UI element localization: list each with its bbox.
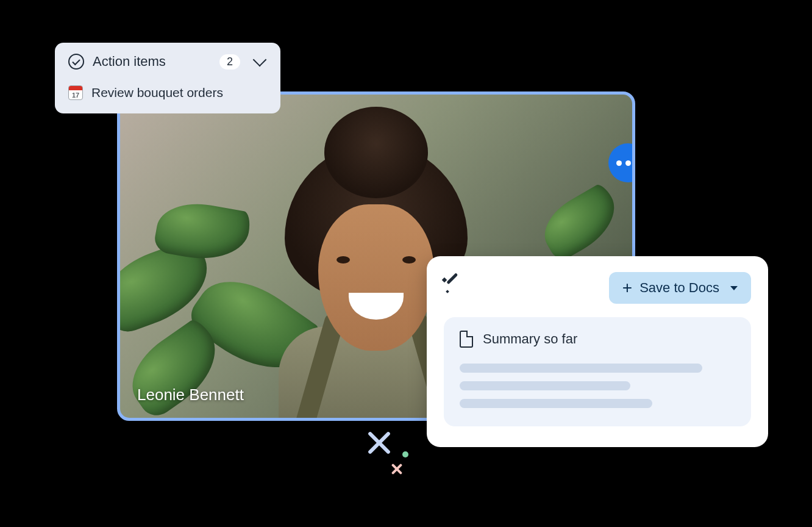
chevron-down-icon bbox=[253, 53, 267, 67]
save-to-docs-button[interactable]: + Save to Docs bbox=[609, 272, 751, 304]
participant-name: Leonie Bennett bbox=[137, 385, 244, 404]
summary-placeholder-line bbox=[460, 399, 652, 408]
checkmark-circle-icon bbox=[68, 54, 84, 70]
more-options-icon bbox=[616, 160, 622, 166]
sparkle-icon bbox=[387, 459, 406, 478]
action-items-panel: Action items 2 17 Review bouquet orders bbox=[55, 43, 280, 113]
action-items-title: Action items bbox=[93, 54, 211, 70]
sparkle-dot-icon bbox=[402, 451, 408, 457]
plus-icon: + bbox=[622, 279, 632, 296]
dropdown-caret-icon bbox=[730, 286, 738, 290]
summary-title: Summary so far bbox=[483, 331, 577, 347]
action-item-text: Review bouquet orders bbox=[91, 85, 223, 100]
summary-card: + Save to Docs Summary so far bbox=[427, 256, 768, 447]
action-item-row[interactable]: 17 Review bouquet orders bbox=[68, 85, 267, 100]
summary-placeholder-line bbox=[460, 381, 630, 390]
sparkle-icon bbox=[358, 422, 400, 464]
calendar-icon: 17 bbox=[68, 85, 83, 100]
summary-body: Summary so far bbox=[444, 317, 751, 426]
action-items-count-badge: 2 bbox=[219, 54, 240, 70]
save-to-docs-label: Save to Docs bbox=[639, 280, 719, 296]
action-items-header[interactable]: Action items 2 bbox=[68, 54, 267, 70]
magic-wand-icon bbox=[444, 279, 461, 296]
summary-placeholder-line bbox=[460, 364, 702, 373]
document-icon bbox=[460, 331, 473, 348]
